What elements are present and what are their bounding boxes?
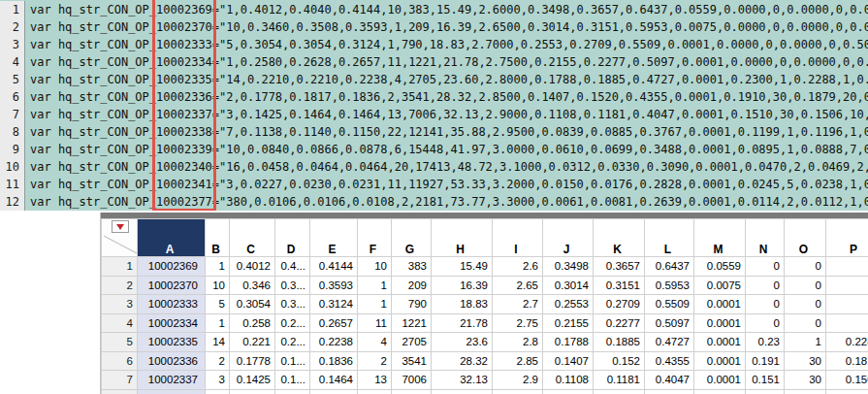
cell-P1[interactable]: 0 bbox=[826, 257, 868, 277]
code-editor[interactable]: 1var hq_str_CON_OP_10002369="1,0.4012,0.… bbox=[0, 0, 868, 211]
cell-P3[interactable]: 0 bbox=[826, 295, 868, 314]
cell-B2[interactable]: 10 bbox=[206, 276, 230, 295]
code-line[interactable]: 8var hq_str_CON_OP_10002338="7,0.1138,0.… bbox=[0, 123, 868, 141]
code-text[interactable]: var hq_str_CON_OP_10002338="7,0.1138,0.1… bbox=[25, 123, 868, 141]
cell-I3[interactable]: 2.7 bbox=[493, 295, 543, 314]
column-header-D[interactable]: D bbox=[275, 219, 310, 257]
cell-C2[interactable]: 0.346 bbox=[230, 276, 275, 295]
cell-M8[interactable]: 0.0001 bbox=[694, 389, 746, 394]
cell-G3[interactable]: 790 bbox=[392, 295, 432, 314]
column-header-B[interactable]: B bbox=[206, 219, 230, 257]
cell-G2[interactable]: 209 bbox=[392, 276, 432, 295]
cell-L4[interactable]: 0.5097 bbox=[645, 313, 694, 333]
cell-A2[interactable]: 10002370 bbox=[138, 276, 206, 295]
cell-D6[interactable]: 0.1... bbox=[275, 351, 310, 371]
code-line[interactable]: 3var hq_str_CON_OP_10002333="5,0.3054,0.… bbox=[0, 36, 868, 53]
cell-C4[interactable]: 0.258 bbox=[230, 313, 275, 333]
cell-F2[interactable]: 1 bbox=[358, 276, 392, 295]
cell-L5[interactable]: 0.4727 bbox=[645, 333, 694, 352]
cell-C7[interactable]: 0.1425 bbox=[230, 371, 275, 390]
cell-O5[interactable]: 1 bbox=[785, 333, 826, 352]
cell-B3[interactable]: 5 bbox=[206, 295, 230, 314]
cell-B4[interactable]: 1 bbox=[206, 313, 230, 333]
cell-E2[interactable]: 0.3593 bbox=[310, 276, 358, 295]
cell-H3[interactable]: 18.83 bbox=[432, 295, 493, 314]
cell-C8[interactable]: 0.1138 bbox=[230, 389, 275, 394]
cell-L7[interactable]: 0.4047 bbox=[645, 371, 694, 390]
cell-P7[interactable]: 0.1506 bbox=[826, 371, 868, 390]
cell-E8[interactable]: 0.115 bbox=[310, 389, 358, 394]
cell-D3[interactable]: 0.3... bbox=[275, 295, 310, 314]
table-menu-button[interactable] bbox=[112, 220, 129, 233]
code-text[interactable]: var hq_str_CON_OP_10002377="380,0.0106,0… bbox=[25, 193, 868, 211]
cell-P4[interactable]: 0 bbox=[826, 313, 868, 333]
cell-G7[interactable]: 7006 bbox=[392, 371, 432, 390]
column-header-M[interactable]: M bbox=[694, 219, 746, 257]
column-header-L[interactable]: L bbox=[645, 219, 694, 257]
cell-F7[interactable]: 13 bbox=[358, 371, 392, 390]
cell-D2[interactable]: 0.3... bbox=[275, 276, 310, 295]
code-line[interactable]: 4var hq_str_CON_OP_10002334="1,0.2580,0.… bbox=[0, 53, 868, 71]
column-header-N[interactable]: N bbox=[746, 219, 785, 257]
cell-E1[interactable]: 0.4144 bbox=[310, 257, 358, 277]
cell-N7[interactable]: 0.151 bbox=[746, 371, 785, 390]
code-line[interactable]: 10var hq_str_CON_OP_10002340="16,0.0458,… bbox=[0, 158, 868, 176]
cell-B7[interactable]: 3 bbox=[206, 371, 230, 390]
cell-H4[interactable]: 21.78 bbox=[432, 313, 493, 333]
cell-I1[interactable]: 2.6 bbox=[493, 257, 543, 277]
column-header-I[interactable]: I bbox=[493, 219, 543, 257]
cell-K2[interactable]: 0.3151 bbox=[594, 276, 645, 295]
cell-F1[interactable]: 10 bbox=[358, 257, 392, 277]
cell-O7[interactable]: 30 bbox=[785, 371, 826, 390]
cell-N6[interactable]: 0.191 bbox=[746, 351, 785, 371]
code-line[interactable]: 9var hq_str_CON_OP_10002339="10,0.0840,0… bbox=[0, 141, 868, 158]
cell-M3[interactable]: 0.0001 bbox=[694, 295, 746, 314]
cell-E7[interactable]: 0.1464 bbox=[310, 371, 358, 390]
cell-A4[interactable]: 10002334 bbox=[138, 313, 206, 333]
code-line[interactable]: 6var hq_str_CON_OP_10002336="2,0.1778,0.… bbox=[0, 88, 868, 106]
cell-I6[interactable]: 2.85 bbox=[493, 351, 543, 371]
column-header-H[interactable]: H bbox=[432, 219, 493, 257]
cell-D5[interactable]: 0.2... bbox=[275, 333, 310, 352]
code-text[interactable]: var hq_str_CON_OP_10002370="10,0.3460,0.… bbox=[25, 18, 868, 36]
cell-H8[interactable]: 35.88 bbox=[432, 389, 493, 394]
cell-F8[interactable]: 22 bbox=[358, 389, 392, 394]
cell-B6[interactable]: 2 bbox=[206, 351, 230, 371]
code-text[interactable]: var hq_str_CON_OP_10002335="14,0.2210,0.… bbox=[25, 71, 868, 88]
cell-E6[interactable]: 0.1836 bbox=[310, 351, 358, 371]
code-line[interactable]: 5var hq_str_CON_OP_10002335="14,0.2210,0… bbox=[0, 71, 868, 88]
cell-C1[interactable]: 0.4012 bbox=[230, 257, 275, 277]
row-number[interactable]: 5 bbox=[102, 333, 138, 352]
cell-P8[interactable]: 0.1196 bbox=[826, 389, 868, 394]
cell-I7[interactable]: 2.9 bbox=[493, 371, 543, 390]
cell-J7[interactable]: 0.1108 bbox=[543, 371, 594, 390]
cell-P6[interactable]: 0.1879 bbox=[826, 351, 868, 371]
cell-C5[interactable]: 0.221 bbox=[230, 333, 275, 352]
row-number[interactable]: 4 bbox=[102, 313, 138, 333]
cell-G5[interactable]: 2705 bbox=[392, 333, 432, 352]
cell-I2[interactable]: 2.65 bbox=[493, 276, 543, 295]
cell-C3[interactable]: 0.3054 bbox=[230, 295, 275, 314]
cell-A7[interactable]: 10002337 bbox=[138, 371, 206, 390]
cell-N3[interactable]: 0 bbox=[746, 295, 785, 314]
row-number[interactable]: 7 bbox=[102, 371, 138, 390]
cell-L3[interactable]: 0.5509 bbox=[645, 295, 694, 314]
cell-K5[interactable]: 0.1885 bbox=[594, 333, 645, 352]
cell-N1[interactable]: 0 bbox=[746, 257, 785, 277]
column-header-F[interactable]: F bbox=[358, 219, 392, 257]
cell-L6[interactable]: 0.4355 bbox=[645, 351, 694, 371]
cell-J3[interactable]: 0.2553 bbox=[543, 295, 594, 314]
cell-N5[interactable]: 0.23 bbox=[746, 333, 785, 352]
cell-M5[interactable]: 0.0001 bbox=[694, 333, 746, 352]
cell-O4[interactable]: 0 bbox=[785, 313, 826, 333]
cell-B8[interactable]: 7 bbox=[206, 389, 230, 394]
cell-A1[interactable]: 10002369 bbox=[138, 257, 206, 277]
column-header-K[interactable]: K bbox=[594, 219, 645, 257]
cell-J2[interactable]: 0.3014 bbox=[543, 276, 594, 295]
cell-H1[interactable]: 15.49 bbox=[432, 257, 493, 277]
cell-K7[interactable]: 0.1181 bbox=[594, 371, 645, 390]
column-header-C[interactable]: C bbox=[230, 219, 275, 257]
cell-G1[interactable]: 383 bbox=[392, 257, 432, 277]
code-text[interactable]: var hq_str_CON_OP_10002340="16,0.0458,0.… bbox=[25, 158, 868, 176]
cell-A6[interactable]: 10002336 bbox=[138, 351, 206, 371]
